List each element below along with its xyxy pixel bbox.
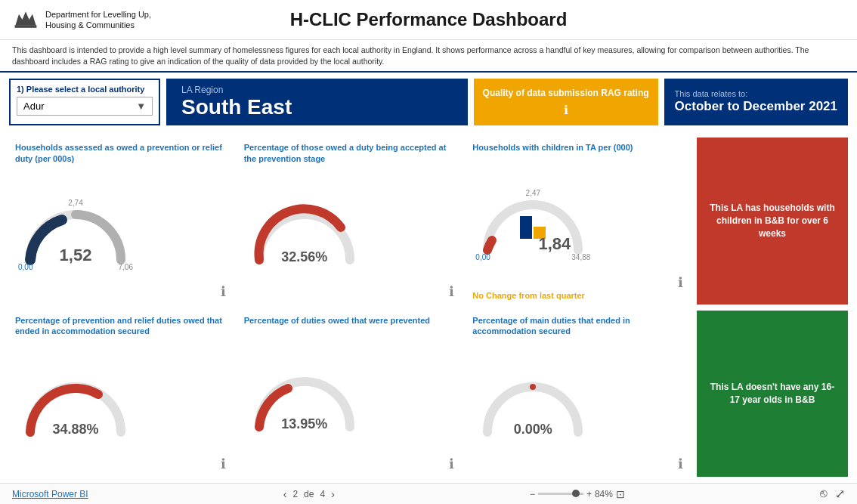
metric-title-1: Households assessed as owed a prevention…: [15, 142, 226, 164]
zoom-plus-icon[interactable]: +: [586, 489, 592, 499]
powerbi-link[interactable]: Microsoft Power BI: [12, 489, 88, 499]
metric-title-4: Percentage of prevention and relief duti…: [15, 315, 226, 337]
alert-1617: This LA doesn't have any 16-17 year olds…: [697, 311, 848, 477]
la-dropdown[interactable]: Adur ▼: [17, 97, 153, 116]
logo-area: Department for Levelling Up, Housing & C…: [12, 6, 163, 33]
filter-bar: 1) Please select a local authority Adur …: [0, 73, 857, 131]
metric-title-2: Percentage of those owed a duty being ac…: [244, 142, 455, 164]
info-icon-1[interactable]: ℹ: [221, 283, 226, 300]
ta-bar-dark: [520, 216, 532, 239]
subtitle: This dashboard is intended to provide a …: [0, 40, 857, 73]
svg-point-1: [530, 384, 536, 390]
filter-region: LA Region South East: [166, 79, 468, 125]
gauge-value-1: 1,52: [60, 246, 92, 265]
zoom-slider[interactable]: [538, 493, 583, 495]
metric-card-4: Percentage of prevention and relief duti…: [9, 311, 232, 477]
la-value: Adur: [23, 100, 44, 112]
gauge-4: 34.88% ℹ: [15, 339, 226, 472]
page-total: 4: [320, 489, 325, 499]
date-label: This data relates to:: [675, 89, 837, 98]
gauge-wrap-2: 32.56%: [244, 196, 365, 271]
alert-bnb-over6: This LA has households with children in …: [697, 138, 848, 304]
metric-card-3: Households with children in TA per (000): [466, 138, 689, 304]
ta-gauge-wrap: 2,47 0,00 34,88 1,84: [472, 186, 593, 261]
ta-gauge-min: 0,00: [475, 253, 490, 261]
metric-title-3: Households with children in TA per (000): [472, 142, 683, 153]
page-current: 2: [292, 489, 298, 499]
svg-rect-0: [15, 25, 37, 28]
zoom-level: 84%: [595, 489, 613, 499]
ta-gauge-value: 1,84: [539, 234, 571, 254]
info-icon-3[interactable]: ℹ: [678, 274, 683, 291]
date-value: October to December 2021: [675, 98, 837, 115]
rag-label: Quality of data submission RAG rating: [483, 88, 649, 100]
metric-title-5: Percentage of duties owed that were prev…: [244, 315, 455, 326]
gauge-6: 0.00% ℹ: [472, 339, 683, 472]
chevron-down-icon: ▼: [136, 100, 146, 112]
region-label: LA Region: [181, 85, 223, 95]
logo-text: Department for Levelling Up, Housing & C…: [45, 9, 151, 31]
info-icon-2[interactable]: ℹ: [449, 283, 454, 300]
main-title: H-CLIC Performance Dashboard: [163, 9, 694, 30]
metric-title-6: Percentage of main duties that ended in …: [472, 315, 683, 337]
info-icon-4[interactable]: ℹ: [221, 456, 226, 472]
title-area: H-CLIC Performance Dashboard: [163, 9, 694, 30]
gauge-min-1: 0,00: [18, 263, 32, 271]
gauge-wrap-6: 0.00%: [472, 368, 593, 444]
crown-logo: [12, 6, 39, 33]
gauge-1: 0,00 7,06 2,74 1,52 ℹ: [15, 167, 226, 300]
gauge-value-6: 0.00%: [514, 422, 552, 438]
next-page-button[interactable]: ›: [331, 488, 335, 500]
filter-la: 1) Please select a local authority Adur …: [9, 79, 160, 125]
right-panel: This LA has households with children in …: [697, 138, 848, 477]
gauge-value-5: 13.95%: [281, 416, 327, 432]
gauge-3: 2,47 0,00 34,88 1,84 ℹ: [472, 156, 683, 291]
region-value: South East: [181, 95, 292, 119]
gauge-wrap-1: 0,00 7,06 2,74 1,52: [15, 196, 136, 271]
fit-icon[interactable]: ⊡: [616, 488, 625, 500]
info-icon-6[interactable]: ℹ: [678, 456, 683, 472]
footer-icons: ⎋ ⤢: [820, 487, 845, 501]
metric-card-6: Percentage of main duties that ended in …: [466, 311, 689, 477]
footer: Microsoft Power BI ‹ 2 de 4 › − + 84% ⊡ …: [0, 483, 857, 504]
metrics-grid: Households assessed as owed a prevention…: [9, 138, 689, 477]
gauge-2: 32.56% ℹ: [244, 167, 455, 300]
prev-page-button[interactable]: ‹: [283, 488, 287, 500]
filter-rag: Quality of data submission RAG rating ℹ: [474, 79, 658, 125]
metric-card-2: Percentage of those owed a duty being ac…: [238, 138, 461, 304]
header: Department for Levelling Up, Housing & C…: [0, 0, 857, 40]
gauge-wrap-4: 34.88%: [15, 368, 136, 444]
share-icon[interactable]: ⎋: [820, 487, 828, 501]
ta-gauge-top: 2,47: [526, 189, 540, 197]
gauge-5: 13.95% ℹ: [244, 329, 455, 472]
metric-card-1: Households assessed as owed a prevention…: [9, 138, 232, 304]
metric-card-5: Percentage of duties owed that were prev…: [238, 311, 461, 477]
filter-date: This data relates to: October to Decembe…: [664, 79, 848, 125]
zoom-control: − + 84% ⊡: [530, 488, 625, 500]
fullscreen-icon[interactable]: ⤢: [835, 487, 845, 501]
main-content: Households assessed as owed a prevention…: [0, 131, 857, 483]
ta-gauge-max: 34,88: [571, 253, 590, 261]
gauge-wrap-5: 13.95%: [244, 363, 365, 438]
zoom-minus-icon[interactable]: −: [530, 489, 535, 499]
la-select-label: 1) Please select a local authority: [17, 85, 153, 94]
change-label: No Change from last quarter: [472, 291, 683, 300]
page-nav: ‹ 2 de 4 ›: [283, 488, 335, 500]
gauge-value-2: 32.56%: [281, 249, 327, 265]
info-icon[interactable]: ℹ: [564, 103, 568, 117]
zoom-thumb: [572, 490, 580, 497]
page-sep: de: [304, 489, 314, 499]
info-icon-5[interactable]: ℹ: [449, 456, 454, 472]
gauge-max-1: 7,06: [119, 263, 133, 271]
gauge-value-4: 34.88%: [52, 422, 98, 438]
gauge-top-1: 2,74: [68, 199, 82, 207]
